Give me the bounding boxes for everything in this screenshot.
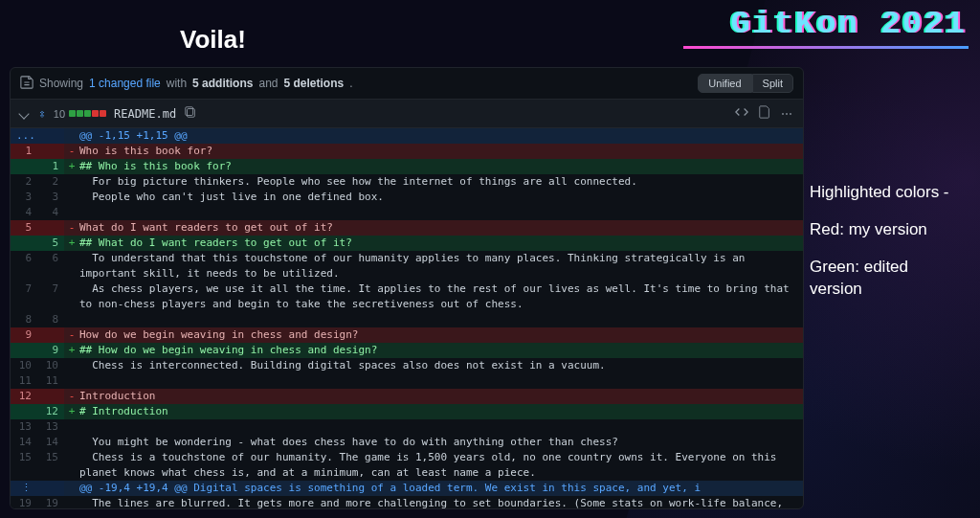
diff-line: 8 8 — [11, 312, 803, 327]
diffstat-del-square — [92, 110, 99, 117]
diff-line: 12 - Introduction — [11, 389, 803, 404]
file-icon[interactable] — [758, 105, 771, 122]
line-number-new — [37, 481, 64, 496]
line-text: Introduction — [79, 389, 803, 404]
diff-line: 9 - How do we begin weaving in chess and… — [11, 327, 803, 343]
line-number-old: 3 — [11, 190, 37, 205]
summary-prefix: Showing — [39, 77, 83, 90]
line-text: As chess players, we use it all the time… — [79, 282, 803, 312]
gutter-plus: + — [64, 236, 79, 251]
line-number-new: 2 — [37, 174, 64, 190]
line-number-new — [37, 128, 64, 144]
diff-line: 3 3 People who can't just live in one de… — [11, 190, 803, 205]
unified-button[interactable]: Unified — [698, 74, 751, 93]
diff-panel: Showing 1 changed file with 5 additions … — [10, 67, 804, 509]
diffstat-add-square — [77, 110, 83, 117]
line-number-old: 12 — [11, 389, 37, 404]
gutter-plus: + — [64, 404, 79, 419]
diffstat-count: 10 — [54, 108, 65, 120]
line-number-new: 19 — [37, 496, 64, 509]
gutter — [64, 205, 79, 220]
summary-additions: 5 additions — [192, 77, 253, 90]
added-text: ## What do I want readers to get out of … — [79, 236, 352, 249]
line-number-new: 13 — [37, 419, 64, 435]
slide-title: Voila! — [180, 25, 246, 55]
gutter — [64, 450, 79, 481]
view-mode-toggle: Unified Split — [698, 74, 793, 93]
chevron-down-icon[interactable] — [18, 108, 29, 119]
gutter — [64, 190, 79, 205]
line-number-new: 11 — [37, 373, 64, 389]
gutter — [64, 251, 79, 282]
line-text: ## What do I want readers to get out of … — [79, 236, 803, 251]
line-number-old: 9 — [11, 327, 37, 343]
gutter — [64, 128, 79, 144]
line-number-new: 15 — [37, 450, 64, 481]
diff-line: 1 + ## Who is this book for? — [11, 159, 803, 174]
kebab-icon[interactable]: ⋯ — [781, 107, 793, 121]
event-logo: GitKon 2021 — [731, 6, 967, 42]
line-number-new — [37, 389, 64, 404]
changed-files-link[interactable]: 1 changed file — [89, 77, 161, 90]
code-icon[interactable] — [735, 105, 748, 122]
hunk-header: ⋮ @@ -19,4 +19,4 @@ Digital spaces is so… — [11, 481, 803, 496]
diff-line: 5 - What do I want readers to get out of… — [11, 220, 803, 236]
hunk-text: @@ -1,15 +1,15 @@ — [79, 128, 803, 144]
summary-deletions: 5 deletions — [283, 77, 344, 90]
copy-icon[interactable] — [184, 105, 197, 122]
diff-line: 12 + # Introduction — [11, 404, 803, 419]
line-number-old: 10 — [11, 358, 37, 373]
diff-line: 19 19 The lines are blurred. It gets mor… — [11, 496, 803, 509]
file-name[interactable]: README.md — [114, 107, 176, 121]
expand-hunk-icon[interactable]: ... — [11, 128, 37, 144]
line-text — [79, 373, 803, 389]
expand-hunk-icon[interactable]: ⋮ — [11, 481, 37, 496]
legend-green: Green: edited version — [810, 257, 963, 301]
gutter — [64, 373, 79, 389]
legend: Highlighted colors - Red: my version Gre… — [810, 182, 963, 316]
line-text: What do I want readers to get out of it? — [79, 220, 803, 236]
diffstat-add-square — [84, 110, 91, 117]
line-number-old: 7 — [11, 282, 37, 312]
line-number-old: 5 — [11, 220, 37, 236]
line-number-old: 6 — [11, 251, 37, 282]
expand-all-icon[interactable]: ⇳ — [38, 106, 46, 121]
line-text: ## Who is this book for? — [79, 159, 803, 174]
line-text: # Introduction — [79, 404, 803, 419]
diff-line: 14 14 You might be wondering - what does… — [11, 435, 803, 450]
event-logo-rule — [683, 46, 969, 49]
line-number-old: 19 — [11, 496, 37, 509]
gutter-minus: - — [64, 327, 79, 343]
line-number-new: 7 — [37, 282, 64, 312]
gutter — [64, 174, 79, 190]
split-button[interactable]: Split — [752, 74, 793, 93]
line-number-old: 1 — [11, 144, 37, 159]
added-text: ## Who is this book for? — [79, 160, 232, 172]
line-text: Chess is interconnected. Building digita… — [79, 358, 803, 373]
diff-line: 6 6 To understand that this touchstone o… — [11, 251, 803, 282]
gutter-minus: - — [64, 389, 79, 404]
line-number-old — [11, 159, 37, 174]
line-text — [79, 419, 803, 435]
line-number-old: 11 — [11, 373, 37, 389]
gutter — [64, 312, 79, 327]
line-number-new — [37, 327, 64, 343]
line-text: The lines are blurred. It gets more and … — [79, 496, 803, 509]
line-number-new: 8 — [37, 312, 64, 327]
line-text: Chess is a touchstone of our humanity. T… — [79, 450, 803, 481]
line-number-old: 8 — [11, 312, 37, 327]
line-text: To understand that this touchstone of ou… — [79, 251, 803, 282]
line-number-new: 6 — [37, 251, 64, 282]
diff-line: 5 + ## What do I want readers to get out… — [11, 236, 803, 251]
line-number-old — [11, 404, 37, 419]
line-number-old: 14 — [11, 435, 37, 450]
gutter — [64, 282, 79, 312]
line-number-new — [37, 220, 64, 236]
legend-red: Red: my version — [810, 219, 963, 241]
diff-line: 10 10 Chess is interconnected. Building … — [11, 358, 803, 373]
diffstat: 10 — [54, 108, 106, 120]
gutter — [64, 435, 79, 450]
line-text: ## How do we begin weaving in chess and … — [79, 343, 803, 358]
line-number-new: 9 — [37, 343, 64, 358]
added-text: ## How do we begin weaving in chess and … — [79, 344, 377, 356]
